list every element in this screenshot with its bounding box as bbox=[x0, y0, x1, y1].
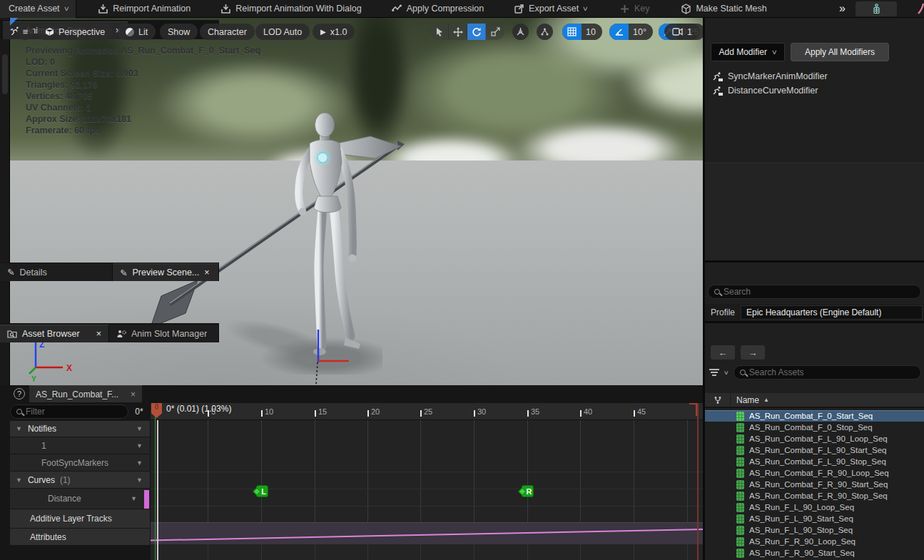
expand-arrow-icon[interactable]: ▼ bbox=[16, 477, 22, 484]
details-search-input[interactable] bbox=[724, 287, 915, 297]
notifies-track-header[interactable]: ▼ Notifies ▼ bbox=[10, 421, 150, 437]
export-asset-label: Export Asset bbox=[529, 4, 579, 14]
timeline-track-area[interactable]: 5 10 15 20 25 30 35 40 45 L bbox=[151, 385, 703, 560]
expand-arrow-icon[interactable]: ▼ bbox=[16, 425, 22, 432]
track-options-icon[interactable]: ▼ bbox=[136, 477, 143, 484]
asset-row[interactable]: AS_Run_F_L_90_Start_Seq bbox=[705, 513, 924, 524]
asset-name: AS_Run_Combat_F_0_Start_Seq bbox=[749, 412, 873, 420]
track-options-icon[interactable]: ▼ bbox=[136, 459, 143, 467]
rotate-tool-button[interactable] bbox=[467, 24, 486, 40]
asset-row[interactable]: AS_Run_F_L_90_Loop_Seq bbox=[705, 502, 924, 513]
timeline-body[interactable]: L R bbox=[151, 420, 703, 560]
asset-row[interactable]: AS_Run_Combat_F_R_90_Start_Seq bbox=[705, 479, 924, 490]
tab-asset-browser[interactable]: Asset Browser × bbox=[0, 325, 109, 342]
surface-snapping-button[interactable] bbox=[537, 24, 553, 40]
track-options-icon[interactable]: ▼ bbox=[136, 425, 143, 432]
asset-row[interactable]: AS_Run_F_R_90_Loop_Seq bbox=[705, 536, 924, 547]
timeline-filter-input[interactable] bbox=[26, 407, 122, 417]
lit-sphere-icon bbox=[126, 28, 134, 36]
filter-icon[interactable] bbox=[709, 369, 719, 376]
rotation-snap-control[interactable]: 10° bbox=[609, 24, 653, 40]
asset-row[interactable]: AS_Run_Combat_F_L_90_Start_Seq bbox=[705, 444, 924, 456]
asset-list: AS_Run_Combat_F_0_Start_Seq AS_Run_Comba… bbox=[705, 410, 924, 560]
viewport-menu-button[interactable]: ≡ bbox=[17, 24, 34, 40]
asset-row[interactable]: AS_Run_Combat_F_R_90_Loop_Seq bbox=[705, 467, 924, 479]
apply-compression-button[interactable]: Apply Compression bbox=[382, 0, 494, 18]
camera-speed-control[interactable]: 1 bbox=[664, 24, 700, 40]
asset-row[interactable]: AS_Run_Combat_F_L_90_Loop_Seq bbox=[705, 433, 924, 444]
footsync-track[interactable]: FootSyncMarkers ▼ bbox=[10, 454, 150, 471]
reimport-animation-button[interactable]: Reimport Animation bbox=[88, 0, 200, 18]
toolbar-overflow-button[interactable]: » bbox=[829, 2, 856, 15]
sort-ascending-icon: ▲ bbox=[763, 397, 769, 403]
anim-modifier-icon bbox=[712, 72, 723, 81]
playback-speed-button[interactable]: ▶ x1.0 bbox=[313, 24, 355, 40]
modifier-item[interactable]: DistanceCurveModifier bbox=[706, 83, 923, 98]
asset-search-input[interactable] bbox=[749, 367, 915, 377]
close-icon[interactable]: × bbox=[131, 390, 136, 399]
tab-preview-scene[interactable]: ✎ Preview Scene... × bbox=[113, 263, 219, 281]
add-modifier-button[interactable]: Add Modifier ∨ bbox=[711, 43, 785, 61]
create-asset-button[interactable]: Create Asset ∨ bbox=[0, 0, 76, 18]
asset-list-header[interactable]: Name ▲ bbox=[705, 393, 924, 408]
sync-marker-left-foot[interactable]: L bbox=[256, 485, 268, 497]
character-dropdown[interactable]: Character bbox=[200, 24, 255, 40]
notify-track-1[interactable]: 1 ▼ bbox=[10, 437, 150, 454]
anim-sequence-icon bbox=[736, 549, 744, 558]
scale-tool-button[interactable] bbox=[486, 24, 504, 40]
chevron-down-icon: ∨ bbox=[582, 5, 589, 12]
timeline-document-tab[interactable]: AS_Run_Combat_F... × bbox=[29, 385, 142, 402]
sync-marker-right-foot[interactable]: R bbox=[522, 485, 534, 497]
preview-mesh-button[interactable] bbox=[856, 1, 897, 16]
panel-splitter[interactable] bbox=[705, 321, 924, 323]
make-static-mesh-button[interactable]: Make Static Mesh bbox=[671, 0, 776, 18]
additive-layer-tracks-header[interactable]: Additive Layer Tracks bbox=[10, 509, 150, 528]
playhead-frame: 0 bbox=[155, 403, 159, 418]
chevron-down-icon[interactable]: ∨ bbox=[724, 370, 729, 376]
close-icon[interactable]: × bbox=[204, 268, 209, 278]
lit-dropdown[interactable]: Lit bbox=[118, 24, 156, 40]
tab-details[interactable]: ✎ Details bbox=[0, 263, 113, 281]
playhead-line[interactable] bbox=[157, 420, 158, 560]
apply-all-modifiers-button[interactable]: Apply All Modifiers bbox=[791, 43, 889, 61]
asset-name: AS_Run_F_R_90_Start_Seq bbox=[749, 549, 855, 557]
asset-row[interactable]: AS_Run_Combat_F_R_90_Stop_Seq bbox=[705, 490, 924, 502]
collapsed-tab-handle[interactable] bbox=[2, 54, 8, 94]
timeline-ruler[interactable]: 5 10 15 20 25 30 35 40 45 bbox=[151, 403, 703, 420]
perspective-dropdown[interactable]: Perspective bbox=[37, 24, 113, 40]
tab-anim-slot-manager[interactable]: Anim Slot Manager bbox=[109, 325, 219, 342]
asset-row[interactable]: AS_Run_Combat_F_L_90_Stop_Seq bbox=[705, 456, 924, 467]
add-modifier-label: Add Modifier bbox=[719, 47, 767, 57]
export-asset-button[interactable]: Export Asset ∨ bbox=[504, 0, 598, 18]
skeleton-icon bbox=[871, 4, 882, 14]
asset-row[interactable]: AS_Run_Combat_F_0_Start_Seq bbox=[705, 410, 924, 422]
close-icon[interactable]: × bbox=[96, 329, 101, 339]
asset-search-box[interactable] bbox=[733, 365, 921, 380]
attributes-header[interactable]: Attributes bbox=[10, 529, 150, 545]
help-icon[interactable]: ? bbox=[14, 388, 25, 399]
grid-snap-control[interactable]: 10 bbox=[562, 24, 602, 40]
forward-button[interactable]: → bbox=[741, 345, 765, 360]
name-column-header[interactable]: Name bbox=[736, 395, 759, 405]
track-options-icon[interactable]: ▼ bbox=[131, 495, 137, 502]
apply-compression-label: Apply Compression bbox=[407, 4, 484, 14]
lod-dropdown[interactable]: LOD Auto bbox=[255, 24, 310, 40]
details-search-box[interactable] bbox=[708, 285, 921, 299]
panel-splitter[interactable] bbox=[705, 260, 924, 263]
coordinate-system-button[interactable] bbox=[512, 24, 529, 40]
transform-tools-group bbox=[430, 24, 504, 40]
profile-value-field[interactable]: Epic Headquarters (Engine Default) bbox=[741, 305, 923, 320]
show-dropdown[interactable]: Show bbox=[160, 24, 198, 40]
reimport-animation-dialog-button[interactable]: Reimport Animation With Dialog bbox=[210, 0, 371, 18]
distance-curve-track[interactable]: Distance ▼ bbox=[10, 489, 150, 509]
timeline-filter-box[interactable] bbox=[10, 404, 128, 419]
asset-row[interactable]: AS_Run_F_L_90_Stop_Seq bbox=[705, 524, 924, 536]
select-tool-button[interactable] bbox=[430, 24, 449, 40]
translate-tool-button[interactable] bbox=[449, 24, 467, 40]
asset-row[interactable]: AS_Run_F_R_90_Start_Seq bbox=[705, 547, 924, 559]
curves-track-header[interactable]: ▼ Curves (1) ▼ bbox=[10, 472, 150, 488]
asset-row[interactable]: AS_Run_Combat_F_0_Stop_Seq bbox=[705, 422, 924, 433]
back-button[interactable]: ← bbox=[711, 345, 735, 360]
modifier-item[interactable]: SyncMarkerAnimModifier bbox=[706, 69, 923, 83]
track-options-icon[interactable]: ▼ bbox=[136, 442, 143, 449]
